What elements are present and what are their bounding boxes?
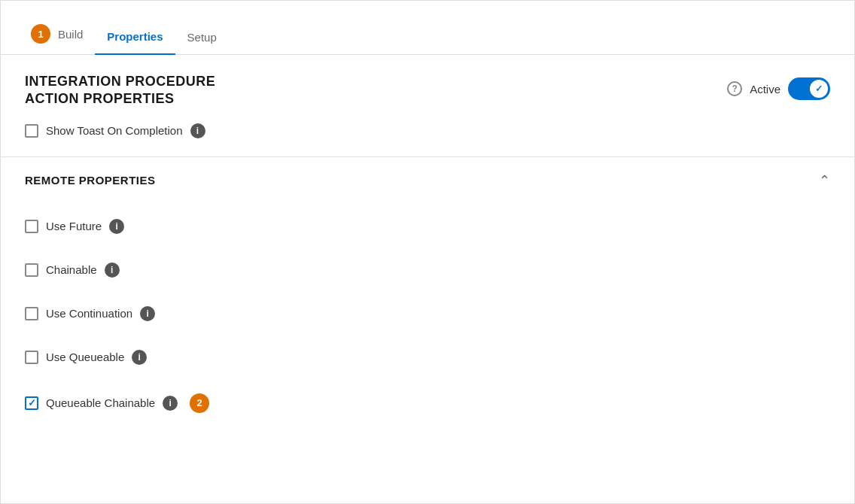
use-queueable-row: Use Queueable i xyxy=(25,350,830,365)
section-title: INTEGRATION PROCEDURE ACTION PROPERTIES xyxy=(25,73,215,108)
toggle-track: ✓ xyxy=(788,77,830,100)
tab-setup[interactable]: Setup xyxy=(175,22,229,54)
use-continuation-label: Use Continuation xyxy=(46,307,132,320)
queueable-chainable-checkbox[interactable] xyxy=(25,396,38,410)
use-queueable-info-icon[interactable]: i xyxy=(132,350,147,365)
active-control: ? Active ✓ xyxy=(727,73,830,100)
active-toggle[interactable]: ✓ xyxy=(788,77,830,100)
chainable-label: Chainable xyxy=(46,263,97,276)
toggle-check-icon: ✓ xyxy=(815,83,823,94)
tab-properties[interactable]: Properties xyxy=(95,21,175,55)
build-badge: 1 xyxy=(31,24,50,44)
integration-properties-section: INTEGRATION PROCEDURE ACTION PROPERTIES … xyxy=(1,55,854,157)
title-line2: ACTION PROPERTIES xyxy=(25,91,175,106)
use-future-label: Use Future xyxy=(46,220,102,232)
tab-properties-label: Properties xyxy=(107,30,163,43)
active-label: Active xyxy=(750,83,780,96)
queueable-chainable-row: Queueable Chainable i 2 xyxy=(25,393,830,413)
use-queueable-checkbox[interactable] xyxy=(25,351,38,364)
main-content: INTEGRATION PROCEDURE ACTION PROPERTIES … xyxy=(1,55,854,503)
queueable-chainable-label: Queueable Chainable xyxy=(46,396,155,409)
remote-properties-title: REMOTE PROPERTIES xyxy=(25,174,156,187)
use-future-row: Use Future i xyxy=(25,219,830,234)
toggle-thumb: ✓ xyxy=(810,80,828,98)
show-toast-label: Show Toast On Completion xyxy=(46,124,183,137)
use-future-info-icon[interactable]: i xyxy=(109,219,124,234)
use-continuation-checkbox[interactable] xyxy=(25,307,38,320)
app-container: 1 Build Properties Setup INTEGRATION PRO… xyxy=(0,0,855,504)
show-toast-info-icon[interactable]: i xyxy=(190,123,205,138)
remote-properties-header: REMOTE PROPERTIES ⌃ xyxy=(25,172,830,189)
tab-bar: 1 Build Properties Setup xyxy=(1,1,854,55)
show-toast-row: Show Toast On Completion i xyxy=(25,123,215,138)
tab-build[interactable]: 1 Build xyxy=(19,15,95,54)
tab-setup-label: Setup xyxy=(187,31,217,44)
show-toast-checkbox[interactable] xyxy=(25,124,38,138)
help-icon[interactable]: ? xyxy=(727,81,742,96)
remote-properties-section: REMOTE PROPERTIES ⌃ Use Future i Chainab… xyxy=(1,157,854,428)
use-continuation-info-icon[interactable]: i xyxy=(140,306,155,321)
remote-items-list: Use Future i Chainable i Use Continuatio… xyxy=(25,204,830,413)
section-title-block: INTEGRATION PROCEDURE ACTION PROPERTIES … xyxy=(25,73,215,138)
collapse-icon[interactable]: ⌃ xyxy=(819,172,830,189)
use-queueable-label: Use Queueable xyxy=(46,351,124,363)
title-line1: INTEGRATION PROCEDURE xyxy=(25,74,215,89)
chainable-row: Chainable i xyxy=(25,263,830,278)
chainable-info-icon[interactable]: i xyxy=(105,263,120,278)
chainable-checkbox[interactable] xyxy=(25,263,38,277)
use-future-checkbox[interactable] xyxy=(25,220,38,233)
step-badge-2: 2 xyxy=(190,393,209,413)
use-continuation-row: Use Continuation i xyxy=(25,306,830,321)
tab-build-label: Build xyxy=(58,28,83,41)
queueable-chainable-info-icon[interactable]: i xyxy=(163,396,178,411)
